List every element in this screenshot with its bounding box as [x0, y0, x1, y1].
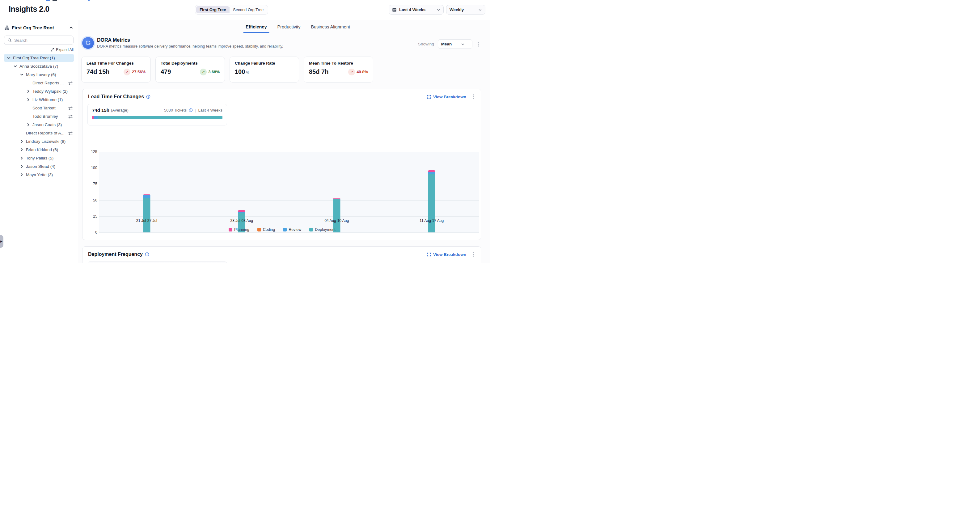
tree-item[interactable]: Mary Lowery (6): [4, 70, 74, 79]
tree-item[interactable]: First Org Tree Root (1): [4, 54, 74, 62]
stacked-bar[interactable]: [428, 170, 435, 233]
dora-subtitle: DORA metrics measure software delivery p…: [97, 44, 283, 48]
tree-item-label: Scott Tarkett: [32, 106, 56, 110]
tab-business-alignment[interactable]: Business Alignment: [310, 22, 351, 33]
chevron-right-icon[interactable]: [25, 89, 30, 94]
aggregation-select[interactable]: Mean: [438, 39, 473, 49]
date-range-value: Last 4 Weeks: [399, 7, 425, 12]
chevron-right-icon[interactable]: [25, 123, 30, 128]
tree-item[interactable]: Scott Tarkett: [4, 104, 74, 112]
bar-segment-review: [143, 195, 150, 198]
info-icon[interactable]: [146, 94, 150, 99]
gridline: [99, 168, 479, 168]
chevron-right-icon[interactable]: [19, 156, 24, 161]
x-axis-tick-label: 11 Aug-17 Aug: [420, 218, 444, 223]
tree-item[interactable]: Direct Reports of A...: [4, 129, 74, 137]
legend-swatch: [283, 228, 287, 231]
view-breakdown-button[interactable]: View Breakdown: [427, 94, 466, 99]
info-icon[interactable]: [145, 252, 149, 257]
metric-card-value: 74d 15h: [86, 68, 109, 75]
metric-card: Mean Time To Restore85d 7h↗40.8%: [304, 57, 373, 83]
metric-card-value: 100: [235, 68, 245, 75]
sidebar: First Org Tree Root Expand All First Org…: [0, 20, 78, 263]
y-axis-tick-label: 75: [93, 182, 97, 186]
tree-item[interactable]: Teddy Wylupski (2): [4, 87, 74, 96]
tree-item[interactable]: Anna Scozzafava (7): [4, 62, 74, 70]
tickets-count: 5030 Tickets: [164, 108, 187, 113]
gridline: [99, 184, 479, 184]
toggle-first-org-tree[interactable]: First Org Tree: [196, 6, 229, 13]
tree-item[interactable]: Direct Reports ...: [4, 79, 74, 87]
dora-cycle-icon: [82, 37, 94, 49]
tree-item[interactable]: Jason Coats (3): [4, 121, 74, 129]
showing-label: Showing: [418, 42, 434, 46]
date-range-select[interactable]: Last 4 Weeks: [389, 5, 444, 14]
tree-item-label: Direct Reports of A...: [26, 131, 65, 135]
chevron-down-icon: [478, 8, 482, 12]
tree-item[interactable]: Todd Bromley: [4, 112, 74, 121]
expand-all-button[interactable]: Expand All: [0, 48, 73, 52]
chevron-right-icon[interactable]: [25, 97, 30, 102]
org-tree-toggle: First Org Tree Second Org Tree: [195, 5, 268, 14]
tree-item-label: Tony Pallas (5): [26, 156, 53, 160]
legend-item-review: Review: [283, 228, 301, 232]
chevron-down-icon: [461, 42, 465, 46]
trend-percent: 27.56%: [132, 70, 146, 74]
sidebar-collapse-handle[interactable]: ▶: [0, 235, 3, 248]
filter-settings-icon[interactable]: [68, 131, 73, 135]
legend-item-planning: Planning: [229, 228, 249, 232]
lead-time-kebab-menu-icon[interactable]: [471, 94, 476, 99]
view-breakdown-button[interactable]: View Breakdown: [427, 252, 466, 257]
dora-header: DORA Metrics DORA metrics measure softwa…: [82, 37, 283, 49]
tree-item-label: Maya Yette (3): [26, 172, 53, 177]
filter-settings-icon[interactable]: [68, 114, 73, 119]
toggle-second-org-tree[interactable]: Second Org Tree: [229, 6, 267, 13]
deployment-card-header: Deployment Frequency View Breakdown: [83, 247, 481, 257]
chevron-down-icon[interactable]: [13, 64, 18, 69]
lead-time-card: Lead Time For Changes View Breakdown 74d…: [82, 89, 481, 240]
filter-settings-icon[interactable]: [68, 106, 73, 111]
x-axis-tick-label: 21 Jul-27 Jul: [136, 218, 157, 223]
tree-item-label: Lindsay Liszewski (8): [26, 139, 65, 144]
tree-item[interactable]: Jason Stead (4): [4, 162, 74, 171]
showing-controls: Showing Mean: [418, 39, 480, 49]
chevron-down-icon[interactable]: [19, 72, 24, 77]
chevron-spacer: [25, 106, 30, 111]
search-input[interactable]: [14, 38, 60, 43]
tree-item[interactable]: Liz Whittome (1): [4, 96, 74, 104]
tree-item-label: Jason Coats (3): [32, 123, 62, 127]
chevron-down-icon: [437, 8, 440, 12]
dora-kebab-menu-icon[interactable]: [476, 41, 480, 47]
triangle-right-icon: ▶: [0, 240, 2, 243]
tab-bar: EfficiencyProductivityBusiness Alignment: [245, 22, 351, 33]
stacked-bar[interactable]: [143, 194, 150, 233]
chevron-down-icon[interactable]: [6, 56, 11, 61]
metric-card-title: Lead Time For Changes: [86, 61, 146, 65]
tree-item[interactable]: Brian Kirkland (6): [4, 145, 74, 154]
distribution-segment-deployment: [98, 116, 223, 119]
tree-item[interactable]: Maya Yette (3): [4, 171, 74, 179]
info-icon[interactable]: [189, 108, 193, 112]
collapse-caret-up-icon[interactable]: [69, 26, 73, 30]
metric-card-title: Mean Time To Restore: [309, 61, 368, 65]
filter-settings-icon[interactable]: [68, 81, 73, 86]
chevron-right-icon[interactable]: [19, 139, 24, 144]
chevron-right-icon[interactable]: [19, 147, 24, 152]
deployment-title: Deployment Frequency: [88, 252, 143, 257]
average-summary-card: 74d 15h (Average) 5030 Tickets | Last 4 …: [88, 104, 227, 126]
deployment-kebab-menu-icon[interactable]: [471, 252, 476, 257]
tree-item-label: First Org Tree Root (1): [13, 56, 55, 60]
tab-productivity[interactable]: Productivity: [277, 22, 301, 33]
sidebar-header: First Org Tree Root: [0, 24, 78, 32]
tab-efficiency[interactable]: Efficiency: [245, 22, 267, 33]
tree-item[interactable]: Tony Pallas (5): [4, 154, 74, 162]
chart-legend: PlanningCodingReviewDeployment: [83, 228, 482, 232]
distribution-segment-review: [94, 116, 98, 119]
chevron-right-icon[interactable]: [19, 172, 24, 177]
granularity-select[interactable]: Weekly: [446, 5, 485, 14]
gridline: [99, 216, 479, 217]
metric-cards-row: Lead Time For Changes74d 15h↗27.56%Total…: [81, 57, 373, 83]
metric-card-value: 479: [161, 68, 171, 75]
chevron-right-icon[interactable]: [19, 164, 24, 169]
tree-item[interactable]: Lindsay Liszewski (8): [4, 137, 74, 145]
